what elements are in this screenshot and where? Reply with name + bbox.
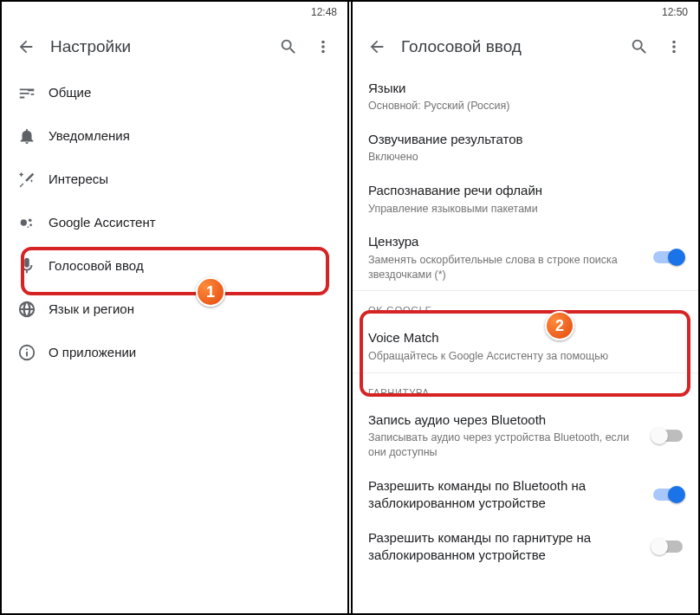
- svg-point-0: [21, 219, 27, 225]
- status-bar: 12:48: [2, 2, 347, 23]
- section-ok-google: OK GOOGLE: [353, 291, 698, 320]
- arrow-back-icon: [16, 37, 36, 56]
- sublabel: Заменять оскорбительные слова в строке п…: [368, 253, 646, 282]
- globe-icon: [17, 300, 36, 319]
- row-offline[interactable]: Распознавание речи офлайн Управление язы…: [353, 173, 698, 224]
- label: О приложении: [49, 344, 325, 361]
- label: Общие: [49, 84, 325, 101]
- row-bt-locked[interactable]: Разрешить команды по Bluetooth на заблок…: [353, 469, 698, 521]
- more-vert-icon: [664, 37, 684, 56]
- row-voice-input[interactable]: Голосовой ввод: [2, 244, 347, 288]
- voice-list: Языки Основной: Русский (Россия) Озвучив…: [353, 71, 698, 613]
- switch-headset-locked[interactable]: [653, 541, 683, 553]
- row-voice-match[interactable]: Voice Match Обращайтесь к Google Ассисте…: [353, 320, 698, 372]
- app-bar: Настройки: [2, 23, 347, 71]
- label: Запись аудио через Bluetooth: [368, 411, 646, 429]
- label: Язык и регион: [49, 301, 325, 318]
- row-headset-locked[interactable]: Разрешить команды по гарнитуре на заблок…: [353, 521, 698, 573]
- arrow-back-icon: [367, 37, 386, 56]
- row-about[interactable]: О приложении: [2, 331, 347, 374]
- svg-point-3: [27, 226, 29, 228]
- label: Языки: [368, 80, 676, 97]
- app-bar: Голосовой ввод: [353, 23, 698, 71]
- voice-pane: 12:50 Голосовой ввод Языки Основной: Рус…: [347, 2, 698, 613]
- row-censor[interactable]: Цензура Заменять оскорбительные слова в …: [353, 224, 698, 290]
- switch-bt-locked[interactable]: [653, 489, 683, 501]
- bell-icon: [17, 126, 36, 146]
- back-button[interactable]: [9, 29, 43, 64]
- search-button[interactable]: [271, 29, 306, 64]
- svg-point-2: [29, 223, 32, 226]
- svg-point-1: [29, 218, 32, 222]
- section-headset: ГАРНИТУРА: [353, 373, 698, 403]
- sublabel: Управление языковыми пакетами: [368, 202, 676, 217]
- row-bt-record[interactable]: Запись аудио через Bluetooth Записывать …: [353, 403, 698, 469]
- label: Цензура: [368, 233, 646, 250]
- settings-list: Общие Уведомления Интересы Google Ассист…: [2, 71, 347, 613]
- settings-pane: 12:48 Настройки Общие Уведомления: [2, 2, 347, 613]
- row-assistant[interactable]: Google Ассистент: [2, 201, 347, 244]
- more-vert-icon: [314, 37, 333, 56]
- info-icon: [17, 343, 36, 362]
- row-general[interactable]: Общие: [2, 71, 347, 114]
- sublabel: Обращайтесь к Google Ассистенту за помощ…: [368, 349, 676, 364]
- label: Разрешить команды по гарнитуре на заблок…: [368, 529, 646, 565]
- search-button[interactable]: [622, 29, 657, 64]
- label: Разрешить команды по Bluetooth на заблок…: [368, 477, 646, 513]
- clock: 12:48: [311, 6, 337, 18]
- overflow-button[interactable]: [657, 29, 691, 64]
- back-button[interactable]: [360, 29, 394, 64]
- switch-bt-record[interactable]: [653, 430, 683, 442]
- overflow-button[interactable]: [306, 29, 340, 64]
- sublabel: Основной: Русский (Россия): [368, 99, 676, 113]
- assistant-icon: [17, 213, 36, 232]
- wand-icon: [17, 170, 36, 189]
- label: Интересы: [49, 171, 325, 188]
- tune-icon: [17, 83, 36, 102]
- row-languages[interactable]: Языки Основной: Русский (Россия): [353, 71, 698, 122]
- label: Распознавание речи офлайн: [368, 182, 676, 199]
- label: Voice Match: [368, 329, 676, 346]
- label: Уведомления: [49, 127, 325, 145]
- sublabel: Записывать аудио через устройства Blueto…: [368, 430, 646, 460]
- page-title: Голосовой ввод: [394, 37, 622, 56]
- row-interests[interactable]: Интересы: [2, 158, 347, 201]
- label: Озвучивание результатов: [368, 131, 676, 148]
- status-bar: 12:50: [353, 2, 698, 23]
- switch-censor[interactable]: [653, 251, 683, 263]
- row-language[interactable]: Язык и регион: [2, 288, 347, 331]
- label: Голосовой ввод: [49, 257, 325, 275]
- search-icon: [279, 37, 298, 56]
- clock: 12:50: [662, 6, 688, 18]
- label: Google Ассистент: [49, 214, 325, 231]
- sublabel: Включено: [368, 150, 676, 165]
- mic-icon: [17, 256, 36, 275]
- search-icon: [630, 37, 649, 56]
- pane-divider: [347, 2, 353, 613]
- row-tts[interactable]: Озвучивание результатов Включено: [353, 122, 698, 173]
- page-title: Настройки: [43, 37, 271, 56]
- row-notifications[interactable]: Уведомления: [2, 114, 347, 158]
